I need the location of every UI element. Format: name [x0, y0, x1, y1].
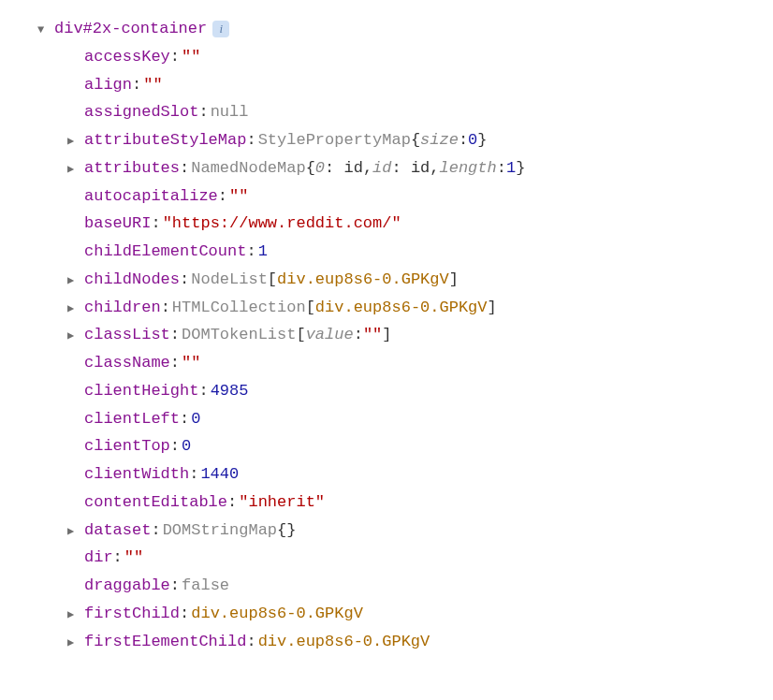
colon: : — [170, 432, 180, 460]
close-brace: } — [477, 126, 487, 154]
colon: : — [180, 266, 189, 294]
info-icon[interactable]: i — [212, 21, 229, 37]
property-value-number: 0 — [182, 432, 191, 460]
chevron-right-icon[interactable] — [67, 132, 80, 152]
property-row[interactable]: dataset: DOMStringMap {} — [15, 517, 758, 545]
node-reference[interactable]: div.eup8s6-0.GPKgV — [315, 294, 488, 322]
object-type: DOMTokenList — [182, 321, 296, 349]
properties-list: accessKey: ""align: ""assignedSlot: null… — [15, 43, 758, 656]
inner-key: size — [420, 126, 459, 154]
inner-number: 1 — [506, 154, 516, 182]
property-value-number: 1440 — [200, 460, 239, 489]
property-row[interactable]: firstElementChild: div.eup8s6-0.GPKgV — [15, 628, 758, 656]
open-bracket: [ — [306, 294, 315, 322]
property-key: className — [84, 349, 170, 377]
property-row[interactable]: contentEditable: "inherit" — [15, 489, 758, 517]
colon: : — [161, 294, 170, 322]
property-value-string: "https://www.reddit.com/" — [163, 210, 401, 238]
chevron-right-icon[interactable] — [67, 327, 80, 346]
property-value-string: "" — [124, 544, 143, 572]
property-key: accessKey — [84, 43, 170, 71]
property-row[interactable]: className: "" — [15, 349, 758, 377]
property-key: firstElementChild — [84, 628, 246, 656]
colon: : — [198, 377, 208, 405]
property-key: assignedSlot — [84, 98, 198, 126]
property-key: clientWidth — [84, 460, 189, 489]
property-key: baseURI — [84, 210, 151, 238]
property-key: attributes — [84, 154, 180, 182]
colon: : — [132, 71, 141, 99]
property-key: attributeStyleMap — [84, 126, 246, 154]
property-key: autocapitalize — [84, 182, 218, 211]
property-row[interactable]: childElementCount: 1 — [15, 238, 758, 266]
property-row[interactable]: autocapitalize: "" — [15, 182, 758, 211]
colon: : — [170, 349, 180, 377]
property-key: children — [84, 294, 161, 322]
node-reference[interactable]: div.eup8s6-0.GPKgV — [277, 266, 449, 294]
property-value-null: null — [211, 98, 249, 126]
colon: : — [170, 321, 180, 349]
property-row[interactable]: attributeStyleMap: StylePropertyMap {siz… — [15, 126, 758, 154]
inner-number: 0 — [468, 126, 477, 154]
property-key: clientTop — [84, 432, 170, 460]
property-row[interactable]: classList: DOMTokenList [value: ""] — [15, 321, 758, 349]
property-key: contentEditable — [84, 489, 227, 517]
object-type: NodeList — [191, 266, 268, 294]
colon: : — [246, 126, 255, 154]
colon: : — [151, 210, 160, 238]
colon: : — [180, 405, 189, 433]
property-row[interactable]: firstChild: div.eup8s6-0.GPKgV — [15, 600, 758, 628]
close-bracket: ] — [382, 321, 391, 349]
chevron-right-icon[interactable] — [67, 299, 80, 319]
node-reference[interactable]: div.eup8s6-0.GPKgV — [191, 600, 363, 628]
open-brace: { — [306, 154, 315, 182]
property-row[interactable]: clientLeft: 0 — [15, 405, 758, 433]
inner-key: 0 — [315, 154, 325, 182]
object-type: NamedNodeMap — [191, 154, 305, 182]
open-brace: { — [277, 517, 286, 545]
chevron-right-icon[interactable] — [67, 605, 80, 625]
property-row[interactable]: attributes: NamedNodeMap {0: id, id: id,… — [15, 154, 758, 182]
property-key: clientLeft — [84, 405, 180, 433]
chevron-right-icon[interactable] — [67, 634, 80, 653]
property-row[interactable]: clientHeight: 4985 — [15, 377, 758, 405]
property-row[interactable]: align: "" — [15, 71, 758, 99]
close-bracket: ] — [488, 294, 497, 322]
property-key: dataset — [84, 517, 151, 545]
colon: : — [180, 154, 189, 182]
close-brace: } — [516, 154, 525, 182]
chevron-right-icon[interactable] — [67, 522, 80, 542]
inner-string: "" — [363, 321, 382, 349]
element-label: div#2x-container — [54, 15, 207, 43]
property-row[interactable]: clientWidth: 1440 — [15, 460, 758, 489]
property-row[interactable]: baseURI: "https://www.reddit.com/" — [15, 210, 758, 238]
chevron-right-icon[interactable] — [67, 271, 80, 291]
property-row[interactable]: dir: "" — [15, 544, 758, 572]
inner-key: id — [372, 154, 391, 182]
colon: : — [189, 460, 198, 489]
property-key: draggable — [84, 572, 170, 600]
object-header-row[interactable]: div#2x-container i — [15, 15, 758, 43]
colon: : — [246, 628, 255, 656]
property-row[interactable]: clientTop: 0 — [15, 432, 758, 460]
chevron-down-icon[interactable] — [37, 21, 51, 40]
colon: : — [170, 43, 180, 71]
property-row[interactable]: childNodes: NodeList [div.eup8s6-0.GPKgV… — [15, 266, 758, 294]
inner-key: value — [306, 321, 354, 349]
property-row[interactable]: accessKey: "" — [15, 43, 758, 71]
object-type: HTMLCollection — [172, 294, 306, 322]
property-row[interactable]: draggable: false — [15, 572, 758, 600]
property-key: dir — [84, 544, 113, 572]
property-row[interactable]: assignedSlot: null — [15, 98, 758, 126]
node-reference[interactable]: div.eup8s6-0.GPKgV — [258, 628, 430, 656]
property-value-string: "" — [182, 43, 200, 71]
colon: : — [246, 238, 255, 266]
property-key: childElementCount — [84, 238, 246, 266]
inner-key: length — [440, 154, 497, 182]
chevron-right-icon[interactable] — [67, 160, 80, 180]
property-value-string: "" — [229, 182, 248, 211]
property-key: clientHeight — [84, 377, 198, 405]
property-row[interactable]: children: HTMLCollection [div.eup8s6-0.G… — [15, 294, 758, 322]
colon: : — [218, 182, 227, 211]
property-key: firstChild — [84, 600, 180, 628]
